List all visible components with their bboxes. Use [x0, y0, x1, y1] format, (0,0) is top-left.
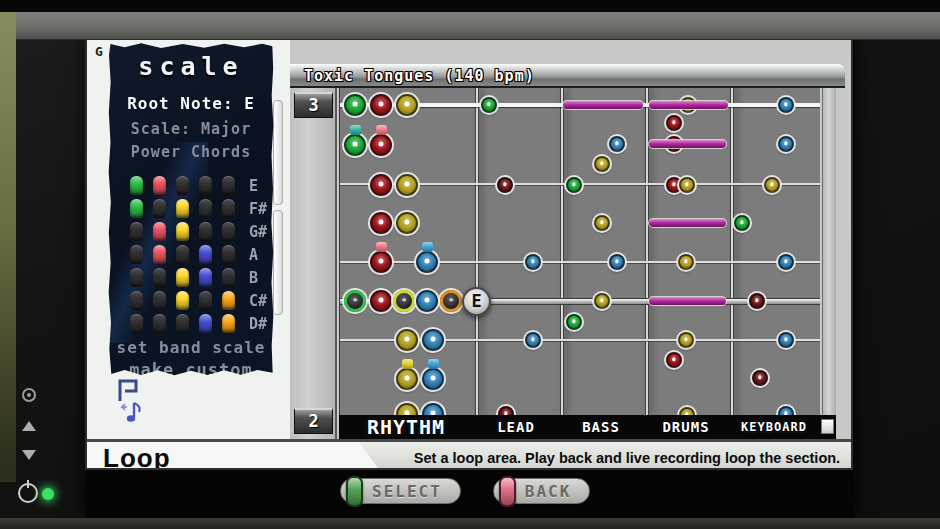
track-label-bass[interactable]: BASS — [582, 419, 620, 435]
sustain-bar-drums[interactable] — [649, 101, 728, 109]
fret-button-orange[interactable] — [222, 291, 235, 310]
fret-button-off[interactable] — [222, 176, 235, 195]
fret-button-off[interactable] — [130, 314, 143, 333]
accent-tab-pink[interactable] — [376, 125, 387, 135]
fret-button-off[interactable] — [222, 268, 235, 287]
channel-up-icon[interactable] — [22, 421, 36, 431]
accent-tab-pink[interactable] — [376, 242, 387, 252]
note-bass-yellow[interactable] — [594, 293, 610, 309]
note-rhythm-yellow[interactable] — [396, 403, 418, 415]
fret-button-off[interactable] — [130, 222, 143, 241]
fret-button-off[interactable] — [199, 199, 212, 218]
note-rhythm-blue[interactable] — [422, 403, 444, 415]
note-drums-yellow[interactable] — [678, 254, 694, 270]
accent-tab-yellow[interactable] — [402, 359, 413, 369]
note-rhythm-blue[interactable] — [416, 251, 438, 273]
fret-button-orange[interactable] — [222, 314, 235, 333]
pane-scrollbar-upper[interactable] — [273, 100, 283, 205]
fret-button-off[interactable] — [176, 314, 189, 333]
disc-eject-icon[interactable] — [22, 388, 36, 402]
fret-button-off[interactable] — [153, 268, 166, 287]
note-lead-blue[interactable] — [525, 332, 541, 348]
sustain-bar-drums[interactable] — [649, 219, 726, 227]
note-drums-yellow[interactable] — [678, 332, 694, 348]
note-rhythm-blue[interactable] — [422, 368, 444, 390]
note-rhythm-yellow[interactable] — [396, 329, 418, 351]
note-bass-yellow[interactable] — [594, 156, 610, 172]
sustain-bar-drums[interactable] — [649, 140, 726, 148]
fret-button-off[interactable] — [222, 222, 235, 241]
fret-button-blue[interactable] — [199, 268, 212, 287]
fret-button-off[interactable] — [130, 245, 143, 264]
note-keyboard-darkred[interactable] — [749, 293, 765, 309]
sustain-bar-drums[interactable] — [649, 297, 726, 305]
fret-button-yellow[interactable] — [176, 199, 189, 218]
note-grid[interactable]: E — [339, 88, 820, 415]
note-rhythm-green[interactable] — [344, 134, 366, 156]
note-drums-yellow[interactable] — [679, 177, 695, 193]
note-drums-yellow[interactable] — [679, 407, 695, 415]
accent-tab-blue[interactable] — [428, 359, 439, 369]
fret-button-yellow[interactable] — [176, 268, 189, 287]
accent-tab-teal[interactable] — [350, 125, 361, 135]
fret-button-off[interactable] — [222, 199, 235, 218]
note-rhythm-yellow[interactable] — [393, 290, 415, 312]
fret-button-red[interactable] — [153, 245, 166, 264]
pane-scrollbar-lower[interactable] — [273, 210, 283, 315]
track-label-rhythm[interactable]: RHYTHM — [367, 415, 445, 439]
playhead-marker[interactable]: E — [462, 287, 491, 316]
note-rhythm-yellow[interactable] — [396, 174, 418, 196]
note-rhythm-green[interactable] — [344, 94, 366, 116]
note-lead-darkred[interactable] — [497, 177, 513, 193]
note-lead-blue[interactable] — [525, 254, 541, 270]
fret-button-off[interactable] — [153, 314, 166, 333]
note-keyboard-green[interactable] — [734, 215, 750, 231]
track-label-keyboard[interactable]: KEYBOARD — [741, 420, 807, 434]
note-rhythm-red[interactable] — [370, 212, 392, 234]
sustain-bar-bass[interactable] — [563, 101, 643, 109]
accent-tab-blue[interactable] — [422, 242, 433, 252]
note-keyboard-blue[interactable] — [778, 406, 794, 415]
fret-button-off[interactable] — [222, 245, 235, 264]
fret-button-off[interactable] — [130, 291, 143, 310]
fret-button-green[interactable] — [130, 176, 143, 195]
fret-button-off[interactable] — [199, 222, 212, 241]
note-keyboard-yellow[interactable] — [764, 177, 780, 193]
fret-button-blue[interactable] — [199, 314, 212, 333]
fret-button-off[interactable] — [199, 291, 212, 310]
fret-button-red[interactable] — [153, 176, 166, 195]
fret-button-green[interactable] — [130, 199, 143, 218]
note-drums-red[interactable] — [666, 352, 682, 368]
fret-button-off[interactable] — [153, 199, 166, 218]
scale-type-label[interactable]: Scale: Major — [108, 120, 274, 138]
fret-button-off[interactable] — [153, 291, 166, 310]
note-lead-green[interactable] — [481, 97, 497, 113]
fret-button-yellow[interactable] — [176, 222, 189, 241]
note-bass-blue[interactable] — [609, 254, 625, 270]
note-rhythm-blue[interactable] — [416, 290, 438, 312]
music-note-icon[interactable] — [117, 400, 145, 430]
note-keyboard-blue[interactable] — [778, 332, 794, 348]
note-bass-green[interactable] — [566, 177, 582, 193]
fret-button-off[interactable] — [176, 176, 189, 195]
note-lead-darkred[interactable] — [498, 406, 514, 415]
note-rhythm-red[interactable] — [370, 94, 392, 116]
fret-button-off[interactable] — [176, 245, 189, 264]
track-label-lead[interactable]: LEAD — [497, 419, 535, 435]
note-rhythm-yellow[interactable] — [396, 368, 418, 390]
note-rhythm-red[interactable] — [370, 174, 392, 196]
chord-mode-label[interactable]: Power Chords — [108, 143, 274, 161]
channel-down-icon[interactable] — [22, 450, 36, 460]
note-rhythm-orange[interactable] — [440, 290, 462, 312]
note-rhythm-blue[interactable] — [422, 329, 444, 351]
scrollbar-thumb[interactable] — [821, 419, 834, 434]
fret-button-off[interactable] — [199, 176, 212, 195]
note-rhythm-yellow[interactable] — [396, 212, 418, 234]
select-button[interactable]: SELECT — [340, 478, 461, 504]
note-rhythm-red[interactable] — [370, 251, 392, 273]
note-rhythm-yellow[interactable] — [396, 94, 418, 116]
note-rhythm-red[interactable] — [370, 134, 392, 156]
back-button[interactable]: BACK — [493, 478, 591, 504]
grid-scrollbar[interactable] — [822, 88, 836, 415]
note-rhythm-green[interactable] — [344, 290, 366, 312]
